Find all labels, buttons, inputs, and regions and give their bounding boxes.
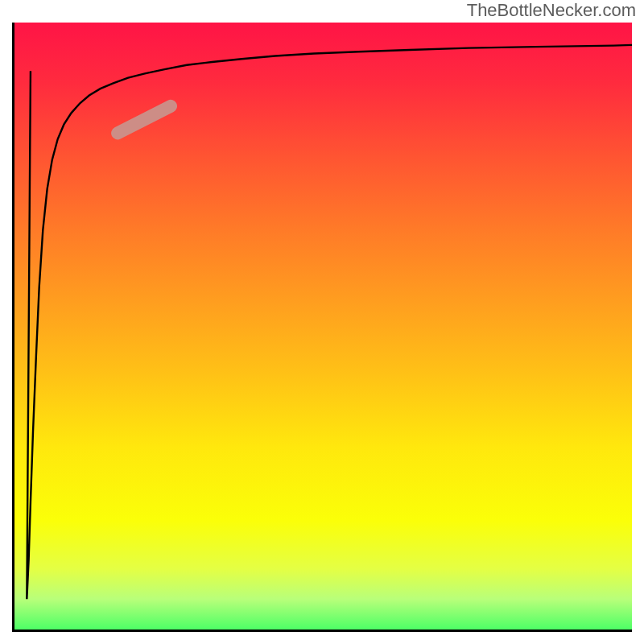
curve-svg bbox=[14, 23, 632, 630]
highlight-marker bbox=[118, 106, 171, 134]
x-axis bbox=[12, 630, 632, 632]
attribution-text: TheBottleNecker.com bbox=[467, 0, 636, 21]
chart-container: TheBottleNecker.com bbox=[0, 0, 644, 644]
plot-area bbox=[12, 23, 632, 632]
